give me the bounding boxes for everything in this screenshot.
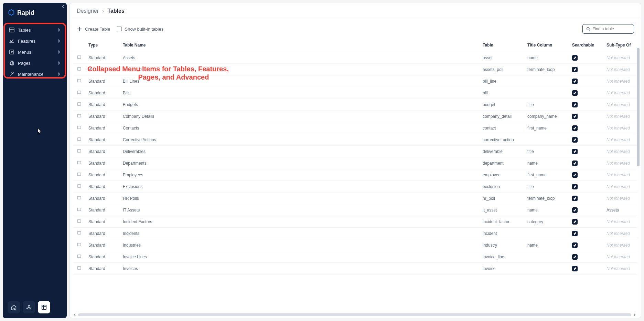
org-button[interactable] <box>23 301 35 313</box>
cell-subtype: Not inherited <box>603 99 637 111</box>
table-row[interactable]: StandardInvoicesinvoiceNot inherited <box>73 263 637 275</box>
not-inherited-label: Not inherited <box>607 231 630 236</box>
row-type-icon <box>77 160 82 165</box>
cell-name: Deliverables <box>119 146 479 157</box>
checkbox-checked-icon <box>572 160 578 166</box>
table-row[interactable]: StandardBudgetsbudgettitleNot inherited <box>73 99 637 111</box>
cell-type: Standard <box>85 193 119 204</box>
col-icon <box>73 39 85 52</box>
cell-title: category <box>524 216 569 228</box>
col-searchable[interactable]: Searchable <box>569 39 603 52</box>
scrollbar-horizontal[interactable] <box>73 313 636 317</box>
cell-title <box>524 134 569 146</box>
cell-name: Budgets <box>119 99 479 111</box>
table-row[interactable]: StandardContactscontactfirst_nameNot inh… <box>73 122 637 134</box>
cell-subtype: Not inherited <box>603 64 637 75</box>
cell-name: Departments <box>119 157 479 169</box>
create-table-button[interactable]: Create Table <box>77 26 110 32</box>
cell-searchable <box>569 122 603 134</box>
cell-subtype: Not inherited <box>603 75 637 87</box>
sidebar-item-pages[interactable]: Pages <box>6 58 64 68</box>
cell-name: Incident Factors <box>119 216 479 228</box>
checkbox-checked-icon <box>572 114 578 119</box>
cell-title <box>524 228 569 239</box>
checkbox-checked-icon <box>572 137 578 143</box>
col-table[interactable]: Table <box>479 39 524 52</box>
table-icon <box>9 27 14 33</box>
svg-rect-23 <box>77 220 81 222</box>
checkbox-checked-icon <box>572 207 578 213</box>
row-type-icon <box>77 113 82 118</box>
sidebar-item-menus[interactable]: Menus <box>6 47 64 57</box>
cell-type: Standard <box>85 216 119 228</box>
table-row[interactable]: StandardIncidentsincidentNot inherited <box>73 228 637 239</box>
sidebar-item-tables[interactable]: Tables <box>6 25 64 35</box>
table-row[interactable]: StandardEmployeesemployeefirst_nameNot i… <box>73 169 637 181</box>
row-type-icon <box>77 254 82 259</box>
cell-table: company_detail <box>479 111 524 122</box>
logo: Rapid <box>3 3 67 25</box>
designer-button[interactable] <box>38 301 50 313</box>
not-inherited-label: Not inherited <box>607 79 630 84</box>
svg-point-4 <box>28 305 30 307</box>
scroll-left-icon <box>73 313 77 317</box>
table-row[interactable]: StandardDeliverablesdeliverabletitleNot … <box>73 146 637 157</box>
col-name[interactable]: Table Name <box>119 39 479 52</box>
table-row[interactable]: StandardDepartmentsdepartmentnameNot inh… <box>73 157 637 169</box>
row-type-icon <box>77 242 82 247</box>
scrollbar-vertical[interactable] <box>637 48 640 311</box>
cell-title: title <box>524 146 569 157</box>
search-icon <box>586 27 590 31</box>
table-row[interactable]: StandardAssetsassetnameNot inherited <box>73 52 637 64</box>
col-type[interactable]: Type <box>85 39 119 52</box>
logo-text: Rapid <box>17 9 34 17</box>
table-row[interactable]: StandardInvoice Linesinvoice_lineNot inh… <box>73 251 637 263</box>
cell-subtype: Not inherited <box>603 122 637 134</box>
chevron-right-icon: › <box>102 8 104 14</box>
row-type-icon <box>77 137 82 142</box>
checkbox-checked-icon <box>572 172 578 178</box>
table-row[interactable]: StandardCompany Detailscompany_detailcom… <box>73 111 637 122</box>
search-input[interactable] <box>592 27 630 31</box>
cell-searchable <box>569 64 603 75</box>
cell-name: Contacts <box>119 122 479 134</box>
cell-title: company_name <box>524 111 569 122</box>
table-row[interactable]: StandardHR Pollshr_pollterminate_loopNot… <box>73 193 637 204</box>
cell-subtype: Not inherited <box>603 239 637 251</box>
svg-rect-24 <box>77 231 81 234</box>
show-builtin-toggle[interactable]: Show built-in tables <box>117 27 163 32</box>
breadcrumb-parent[interactable]: Designer <box>77 8 99 14</box>
checkbox-checked-icon <box>572 242 578 248</box>
cell-subtype: Not inherited <box>603 52 637 64</box>
table-row[interactable]: StandardIndustriesindustrynameNot inheri… <box>73 239 637 251</box>
cell-table: industry <box>479 239 524 251</box>
sidebar-item-features[interactable]: Features <box>6 36 64 46</box>
table-row[interactable]: StandardBillsbillNot inherited <box>73 87 637 99</box>
search-box[interactable] <box>582 24 634 34</box>
row-type-icon <box>77 125 82 130</box>
svg-point-8 <box>587 27 590 30</box>
home-button[interactable] <box>8 301 20 313</box>
table-row[interactable]: StandardIT Assetsit_assetnameAssets <box>73 204 637 216</box>
table-row[interactable]: StandardIncident Factorsincident_factorc… <box>73 216 637 228</box>
table-row[interactable]: StandardCorrective Actionscorrective_act… <box>73 134 637 146</box>
cell-subtype: Not inherited <box>603 181 637 193</box>
not-inherited-label: Not inherited <box>607 161 630 166</box>
not-inherited-label: Not inherited <box>607 173 630 177</box>
svg-rect-27 <box>77 267 81 269</box>
cell-type: Standard <box>85 263 119 275</box>
cell-searchable <box>569 75 603 87</box>
sidebar: Rapid Tables Features Menus Pages <box>3 3 67 318</box>
cell-table: deliverable <box>479 146 524 157</box>
checkbox-checked-icon <box>572 79 578 84</box>
cell-subtype: Not inherited <box>603 228 637 239</box>
svg-rect-20 <box>77 185 81 187</box>
cell-title: name <box>524 204 569 216</box>
cell-table: it_asset <box>479 204 524 216</box>
table-row[interactable]: StandardExclusionsexclusiontitleNot inhe… <box>73 181 637 193</box>
sidebar-item-maintenance[interactable]: Maintenance <box>6 69 64 79</box>
col-title[interactable]: Title Column <box>524 39 569 52</box>
sidebar-collapse-button[interactable] <box>61 5 65 9</box>
cell-name: Company Details <box>119 111 479 122</box>
col-subtype[interactable]: Sub-Type Of <box>603 39 637 52</box>
